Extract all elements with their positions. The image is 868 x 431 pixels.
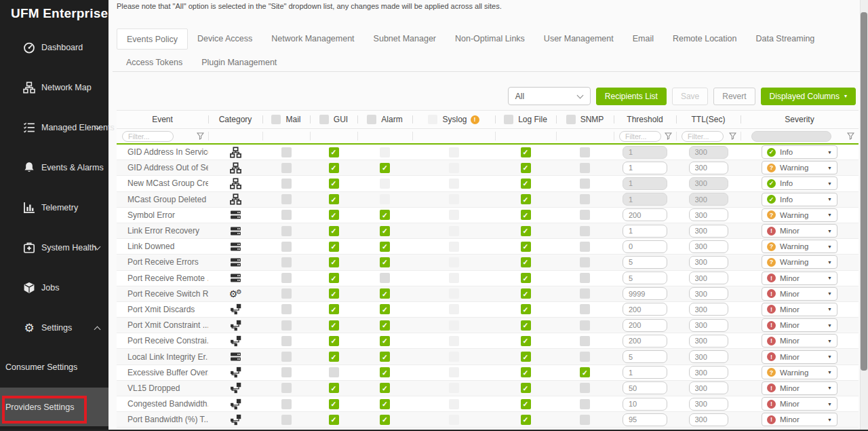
gui-checkbox[interactable]: ✓ [329,304,339,314]
severity-select[interactable]: ?Warning▼ [762,161,837,174]
threshold-input[interactable] [623,335,667,348]
severity-select[interactable]: !Minor▼ [762,413,837,426]
syslog-checkbox[interactable] [449,194,459,204]
threshold-input[interactable] [623,146,667,159]
sidebar-item-telemetry[interactable]: Telemetry [0,200,108,216]
syslog-checkbox[interactable] [449,147,459,157]
threshold-input[interactable] [623,398,667,411]
tab-subnet-manager[interactable]: Subnet Manager [364,29,446,50]
snmp-checkbox[interactable] [580,194,590,204]
snmp-checkbox[interactable] [580,352,590,362]
alarm-checkbox[interactable]: ✓ [380,399,390,409]
threshold-input[interactable] [623,271,667,284]
severity-filter-select[interactable] [751,131,831,142]
mail-checkbox[interactable] [281,179,292,189]
snmp-checkbox[interactable] [580,210,590,220]
logfile-checkbox[interactable]: ✓ [521,415,531,425]
recipients-list-button[interactable]: Recipients List [596,88,667,105]
alarm-checkbox[interactable]: ✓ [380,304,390,314]
ttl-input[interactable] [689,335,728,348]
filter-funnel-icon[interactable] [729,132,736,140]
tab-data-streaming[interactable]: Data Streaming [746,29,824,50]
severity-select[interactable]: !Minor▼ [762,271,837,285]
gui-checkbox[interactable]: ✓ [329,210,339,220]
logfile-checkbox[interactable]: ✓ [521,210,531,220]
threshold-input[interactable] [623,193,667,206]
sidebar-item-jobs[interactable]: Jobs [0,280,108,296]
syslog-checkbox[interactable] [449,352,459,362]
gui-checkbox[interactable]: ✓ [329,163,339,173]
ttl-input[interactable] [689,287,728,300]
alarm-checkbox[interactable]: ✓ [380,288,390,299]
ttl-input[interactable] [689,193,728,206]
mail-checkbox[interactable] [281,194,292,204]
event-filter-input[interactable] [122,131,174,142]
syslog-checkbox[interactable] [449,383,459,393]
threshold-input[interactable] [623,413,667,426]
alarm-checkbox[interactable]: ✓ [380,257,390,267]
gui-checkbox[interactable]: ✓ [329,352,339,362]
severity-select[interactable]: ✓Info▼ [762,176,837,190]
mail-checkbox[interactable] [281,257,292,267]
ttl-input[interactable] [689,413,728,426]
mail-checkbox[interactable] [281,367,292,377]
severity-select[interactable]: !Minor▼ [762,318,837,332]
gui-checkbox[interactable]: ✓ [329,179,339,189]
alarm-checkbox[interactable]: ✓ [380,163,390,173]
syslog-checkbox[interactable] [449,367,459,377]
threshold-input[interactable] [623,319,667,332]
alarm-checkbox[interactable] [380,194,390,204]
gui-checkbox[interactable]: ✓ [329,226,339,236]
syslog-checkbox[interactable] [449,210,459,220]
threshold-input[interactable] [623,177,667,190]
sidebar-item-managed-elements[interactable]: Managed Elements [0,119,108,136]
logfile-checkbox[interactable]: ✓ [521,226,531,236]
snmp-header-checkbox[interactable] [566,115,576,124]
logfile-checkbox[interactable]: ✓ [521,179,531,189]
snmp-checkbox[interactable] [580,226,590,236]
syslog-checkbox[interactable] [449,163,459,173]
mail-checkbox[interactable] [281,288,292,299]
mail-checkbox[interactable] [281,352,292,362]
alarm-checkbox[interactable]: ✓ [380,415,390,425]
severity-select[interactable]: ?Warning▼ [762,366,837,379]
gui-checkbox[interactable]: ✓ [329,415,339,425]
alarm-checkbox[interactable]: ✓ [380,210,390,220]
alarm-header-checkbox[interactable] [367,115,376,124]
tab-events-policy[interactable]: Events Policy [117,29,188,50]
severity-select[interactable]: ✓Info▼ [762,193,837,206]
snmp-checkbox[interactable] [580,304,590,314]
tab-remote-location[interactable]: Remote Location [663,29,747,50]
alarm-checkbox[interactable]: ✓ [380,242,390,252]
mail-checkbox[interactable] [281,163,292,173]
mail-checkbox[interactable] [281,226,292,236]
ttl-filter-input[interactable] [682,131,724,142]
filter-funnel-icon[interactable] [665,132,672,140]
scrollbar-thumb[interactable] [861,12,867,371]
displayed-columns-button[interactable]: Displayed Columns ▾ [761,88,856,105]
snmp-checkbox[interactable] [580,415,590,425]
alarm-checkbox[interactable]: ✓ [380,336,390,346]
logfile-checkbox[interactable]: ✓ [521,367,531,377]
site-select[interactable]: All [508,87,591,105]
severity-select[interactable]: ?Warning▼ [762,240,837,253]
sidebar-item-network-map[interactable]: Network Map [0,79,108,96]
threshold-input[interactable] [623,240,667,253]
syslog-checkbox[interactable] [449,288,459,299]
ttl-input[interactable] [689,366,728,379]
logfile-checkbox[interactable]: ✓ [521,163,531,173]
threshold-input[interactable] [623,208,667,221]
severity-select[interactable]: !Minor▼ [762,350,837,364]
syslog-checkbox[interactable] [449,242,459,252]
alarm-checkbox[interactable] [380,147,390,157]
logfile-checkbox[interactable]: ✓ [521,399,531,409]
snmp-checkbox[interactable] [580,399,590,409]
syslog-checkbox[interactable] [449,226,459,236]
snmp-checkbox[interactable] [580,147,590,157]
mail-checkbox[interactable] [281,383,292,393]
alarm-checkbox[interactable] [380,273,390,283]
threshold-input[interactable] [623,287,667,300]
mail-checkbox[interactable] [281,304,292,314]
threshold-filter-input[interactable] [619,131,661,142]
gui-checkbox[interactable]: ✓ [329,242,339,252]
